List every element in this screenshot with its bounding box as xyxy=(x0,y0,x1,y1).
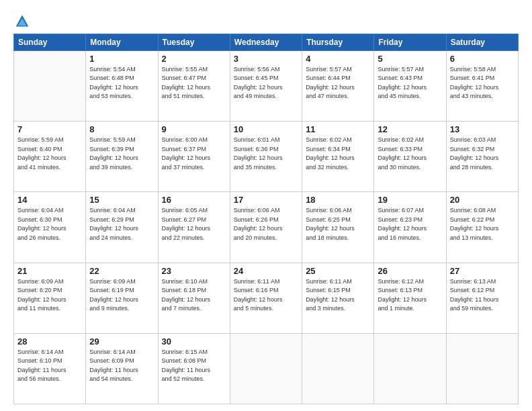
calendar-cell: 11Sunrise: 6:02 AMSunset: 6:34 PMDayligh… xyxy=(302,122,374,192)
day-info: Sunrise: 6:11 AMSunset: 6:15 PMDaylight:… xyxy=(306,277,370,314)
calendar-cell: 29Sunrise: 6:14 AMSunset: 6:09 PMDayligh… xyxy=(86,333,158,404)
calendar-cell: 8Sunrise: 5:59 AMSunset: 6:39 PMDaylight… xyxy=(86,122,158,192)
day-number: 16 xyxy=(162,195,226,205)
day-number: 20 xyxy=(450,195,515,205)
day-info: Sunrise: 6:12 AMSunset: 6:13 PMDaylight:… xyxy=(378,277,442,314)
weekday-header: Sunday xyxy=(14,34,86,50)
calendar-cell: 18Sunrise: 6:06 AMSunset: 6:25 PMDayligh… xyxy=(302,192,374,263)
logo-icon xyxy=(15,14,30,28)
header xyxy=(13,12,519,28)
day-info: Sunrise: 6:14 AMSunset: 6:10 PMDaylight:… xyxy=(17,348,82,384)
weekday-header: Monday xyxy=(86,34,158,50)
day-info: Sunrise: 5:57 AMSunset: 6:43 PMDaylight:… xyxy=(378,65,442,101)
day-info: Sunrise: 6:10 AMSunset: 6:18 PMDaylight:… xyxy=(162,277,226,314)
day-info: Sunrise: 5:57 AMSunset: 6:44 PMDaylight:… xyxy=(306,65,370,101)
calendar-week-row: 1Sunrise: 5:54 AMSunset: 6:48 PMDaylight… xyxy=(14,50,519,121)
day-number: 17 xyxy=(234,195,298,205)
calendar-week-row: 28Sunrise: 6:14 AMSunset: 6:10 PMDayligh… xyxy=(14,333,519,404)
day-number: 13 xyxy=(450,124,515,134)
day-info: Sunrise: 6:14 AMSunset: 6:09 PMDaylight:… xyxy=(89,348,154,384)
day-number: 25 xyxy=(306,266,370,276)
day-info: Sunrise: 5:59 AMSunset: 6:39 PMDaylight:… xyxy=(89,136,154,172)
weekday-header: Wednesday xyxy=(230,34,302,50)
weekday-header: Saturday xyxy=(446,34,518,50)
day-number: 5 xyxy=(378,54,442,64)
day-number: 9 xyxy=(162,124,226,134)
day-info: Sunrise: 6:00 AMSunset: 6:37 PMDaylight:… xyxy=(162,136,226,172)
weekday-header: Thursday xyxy=(302,34,374,50)
day-info: Sunrise: 6:08 AMSunset: 6:22 PMDaylight:… xyxy=(450,206,515,242)
day-info: Sunrise: 6:02 AMSunset: 6:33 PMDaylight:… xyxy=(378,136,442,172)
calendar-cell: 16Sunrise: 6:05 AMSunset: 6:27 PMDayligh… xyxy=(158,192,230,263)
calendar-cell: 5Sunrise: 5:57 AMSunset: 6:43 PMDaylight… xyxy=(374,50,446,121)
day-info: Sunrise: 5:59 AMSunset: 6:40 PMDaylight:… xyxy=(17,136,82,172)
calendar-cell: 6Sunrise: 5:58 AMSunset: 6:41 PMDaylight… xyxy=(446,50,518,121)
calendar-cell: 30Sunrise: 6:15 AMSunset: 6:08 PMDayligh… xyxy=(158,333,230,404)
day-number: 10 xyxy=(234,124,298,134)
logo xyxy=(13,15,30,28)
day-number: 2 xyxy=(162,54,226,64)
day-info: Sunrise: 6:07 AMSunset: 6:23 PMDaylight:… xyxy=(378,206,442,242)
calendar-cell: 25Sunrise: 6:11 AMSunset: 6:15 PMDayligh… xyxy=(302,263,374,333)
calendar-cell: 2Sunrise: 5:55 AMSunset: 6:47 PMDaylight… xyxy=(158,50,230,121)
calendar-cell: 27Sunrise: 6:13 AMSunset: 6:12 PMDayligh… xyxy=(446,263,518,333)
calendar-cell xyxy=(230,333,302,404)
day-info: Sunrise: 6:11 AMSunset: 6:16 PMDaylight:… xyxy=(234,277,298,314)
day-info: Sunrise: 6:09 AMSunset: 6:20 PMDaylight:… xyxy=(17,277,82,314)
day-info: Sunrise: 5:56 AMSunset: 6:45 PMDaylight:… xyxy=(234,65,298,101)
calendar-week-row: 14Sunrise: 6:04 AMSunset: 6:30 PMDayligh… xyxy=(14,192,519,263)
day-number: 29 xyxy=(89,336,154,347)
day-number: 18 xyxy=(306,195,370,205)
day-info: Sunrise: 6:01 AMSunset: 6:36 PMDaylight:… xyxy=(234,136,298,172)
calendar-cell: 7Sunrise: 5:59 AMSunset: 6:40 PMDaylight… xyxy=(14,122,86,192)
calendar-cell: 13Sunrise: 6:03 AMSunset: 6:32 PMDayligh… xyxy=(446,122,518,192)
day-number: 23 xyxy=(162,266,226,276)
calendar-cell xyxy=(14,50,86,121)
day-number: 3 xyxy=(234,54,298,64)
calendar-header-row: SundayMondayTuesdayWednesdayThursdayFrid… xyxy=(14,34,519,50)
day-number: 30 xyxy=(162,336,226,347)
day-info: Sunrise: 6:06 AMSunset: 6:26 PMDaylight:… xyxy=(234,206,298,242)
calendar-cell: 20Sunrise: 6:08 AMSunset: 6:22 PMDayligh… xyxy=(446,192,518,263)
calendar-cell: 24Sunrise: 6:11 AMSunset: 6:16 PMDayligh… xyxy=(230,263,302,333)
day-number: 24 xyxy=(234,266,298,276)
day-number: 12 xyxy=(378,124,442,134)
day-number: 14 xyxy=(17,195,82,205)
day-info: Sunrise: 6:09 AMSunset: 6:19 PMDaylight:… xyxy=(89,277,154,314)
day-number: 1 xyxy=(89,54,154,64)
calendar-cell: 14Sunrise: 6:04 AMSunset: 6:30 PMDayligh… xyxy=(14,192,86,263)
day-info: Sunrise: 6:06 AMSunset: 6:25 PMDaylight:… xyxy=(306,206,370,242)
day-number: 11 xyxy=(306,124,370,134)
calendar-week-row: 7Sunrise: 5:59 AMSunset: 6:40 PMDaylight… xyxy=(14,122,519,192)
day-number: 22 xyxy=(89,266,154,276)
calendar-cell: 17Sunrise: 6:06 AMSunset: 6:26 PMDayligh… xyxy=(230,192,302,263)
day-info: Sunrise: 5:54 AMSunset: 6:48 PMDaylight:… xyxy=(89,65,154,101)
calendar-cell xyxy=(446,333,518,404)
day-info: Sunrise: 6:13 AMSunset: 6:12 PMDaylight:… xyxy=(450,277,515,314)
calendar-cell: 4Sunrise: 5:57 AMSunset: 6:44 PMDaylight… xyxy=(302,50,374,121)
calendar-cell xyxy=(302,333,374,404)
calendar-cell: 9Sunrise: 6:00 AMSunset: 6:37 PMDaylight… xyxy=(158,122,230,192)
day-info: Sunrise: 5:55 AMSunset: 6:47 PMDaylight:… xyxy=(162,65,226,101)
calendar-cell: 28Sunrise: 6:14 AMSunset: 6:10 PMDayligh… xyxy=(14,333,86,404)
calendar-cell: 1Sunrise: 5:54 AMSunset: 6:48 PMDaylight… xyxy=(86,50,158,121)
day-info: Sunrise: 6:04 AMSunset: 6:30 PMDaylight:… xyxy=(17,206,82,242)
day-info: Sunrise: 6:03 AMSunset: 6:32 PMDaylight:… xyxy=(450,136,515,172)
day-info: Sunrise: 6:15 AMSunset: 6:08 PMDaylight:… xyxy=(162,348,226,384)
calendar-cell: 23Sunrise: 6:10 AMSunset: 6:18 PMDayligh… xyxy=(158,263,230,333)
weekday-header: Tuesday xyxy=(158,34,230,50)
calendar-cell: 3Sunrise: 5:56 AMSunset: 6:45 PMDaylight… xyxy=(230,50,302,121)
day-info: Sunrise: 6:02 AMSunset: 6:34 PMDaylight:… xyxy=(306,136,370,172)
day-number: 15 xyxy=(89,195,154,205)
calendar-table: SundayMondayTuesdayWednesdayThursdayFrid… xyxy=(13,34,519,404)
calendar-cell xyxy=(374,333,446,404)
calendar-cell: 21Sunrise: 6:09 AMSunset: 6:20 PMDayligh… xyxy=(14,263,86,333)
weekday-header: Friday xyxy=(374,34,446,50)
calendar-cell: 19Sunrise: 6:07 AMSunset: 6:23 PMDayligh… xyxy=(374,192,446,263)
day-info: Sunrise: 6:05 AMSunset: 6:27 PMDaylight:… xyxy=(162,206,226,242)
calendar-cell: 12Sunrise: 6:02 AMSunset: 6:33 PMDayligh… xyxy=(374,122,446,192)
day-number: 27 xyxy=(450,266,515,276)
calendar-cell: 10Sunrise: 6:01 AMSunset: 6:36 PMDayligh… xyxy=(230,122,302,192)
day-number: 4 xyxy=(306,54,370,64)
day-number: 8 xyxy=(89,124,154,134)
